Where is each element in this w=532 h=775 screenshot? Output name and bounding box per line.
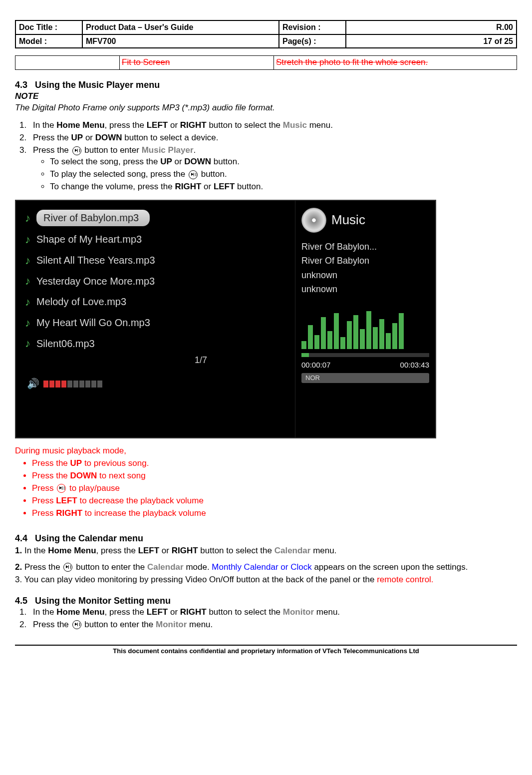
music-note-icon: ♪ (25, 274, 30, 289)
l1i: Calendar (274, 546, 311, 555)
during-bullets: Press the UP to previous song. Press the… (15, 458, 517, 519)
song-row[interactable]: ♪Yesterday Once More.mp3 (25, 274, 290, 289)
song-name: River of Babylon.mp3 (36, 210, 150, 226)
x1a: In the (33, 607, 56, 617)
s1a: In the (33, 120, 56, 130)
s45-l2: Press the button to enter the Monitor me… (29, 619, 517, 631)
song-row[interactable]: ♪Silent All These Years.mp3 (25, 253, 290, 268)
db1c: to previous song. (82, 458, 149, 468)
b1c: or (172, 157, 185, 166)
time-elapsed: 00:00:07 (301, 360, 330, 370)
song-row[interactable]: ♪River of Babylon.mp3 (25, 210, 290, 226)
s3a: Press the (33, 145, 71, 155)
x1d: LEFT (147, 607, 168, 617)
s44-l3: 3. You can play video monitoring by pres… (15, 574, 517, 586)
heading-4-5: 4.5 Using the Monitor Setting menu (15, 595, 517, 607)
b3d: LEFT (214, 182, 235, 191)
progress-fill (301, 353, 309, 357)
progress-bar[interactable] (301, 353, 429, 357)
song-row[interactable]: ♪Melody of Love.mp3 (25, 295, 290, 310)
play-icon (189, 170, 198, 179)
x2c: Monitor (156, 620, 187, 629)
db3: Press to play/pause (32, 483, 517, 494)
play-icon (63, 563, 72, 572)
music-note-icon: ♪ (25, 295, 30, 310)
s1b: Home Menu (56, 120, 104, 130)
steps-43: In the Home Menu, press the LEFT or RIGH… (15, 120, 517, 193)
step-1: In the Home Menu, press the LEFT or RIGH… (29, 120, 517, 131)
x1b: Home Menu (56, 607, 104, 617)
l2e: mode. (184, 562, 212, 572)
volume-row[interactable]: 🔊 (27, 377, 290, 390)
fit-col1 (15, 56, 120, 70)
x2b: button to enter the (82, 620, 156, 629)
fit-table: Fit to Screen Stretch the photo to fit t… (15, 55, 517, 70)
x1i: menu. (314, 607, 340, 617)
l2c: button to enter the (73, 562, 147, 572)
h43-b: the Music Player menu (62, 80, 160, 90)
equalizer (301, 309, 429, 349)
volume-bar (43, 381, 102, 388)
db1a: Press the (32, 458, 70, 468)
hdr-rev-val: R.00 (346, 20, 517, 34)
s1c: , press the (105, 120, 147, 130)
h43-a: Using (35, 80, 62, 90)
db3a: Press (32, 483, 56, 493)
s3c: Music Player (142, 145, 194, 155)
s2e: button to select a device. (122, 133, 219, 142)
song-row[interactable]: ♪My Heart Will Go On.mp3 (25, 316, 290, 331)
doc-header-table: Doc Title : Product Data – User's Guide … (15, 20, 517, 48)
music-note-icon: ♪ (25, 336, 30, 351)
during-lead: During music playback mode, (15, 445, 517, 457)
s2c: or (83, 133, 95, 142)
l1d: , press the (96, 546, 138, 555)
cd-icon (301, 208, 326, 233)
h44-rest: Using the Calendar menu (35, 533, 143, 543)
speaker-icon: 🔊 (27, 377, 39, 390)
l3a: 3. You can play video monitoring by pres… (15, 575, 377, 584)
db5a: Press (32, 508, 56, 518)
b2b: button. (199, 169, 227, 179)
s3d: . (194, 145, 196, 155)
x1g: button to select the (207, 607, 283, 617)
db5b: RIGHT (56, 508, 82, 518)
fit-col3-text: Stretch the photo to fit the whole scree… (276, 57, 428, 67)
l2a: 2. (15, 562, 24, 572)
db3b: to play/pause (67, 483, 120, 493)
l2b: Press the (24, 562, 63, 572)
time-row: 00:00:07 00:03:43 (301, 360, 429, 370)
song-row[interactable]: ♪Shape of My Heart.mp3 (25, 232, 290, 247)
db5c: to increase the playback volume (82, 508, 206, 518)
s3b: button to enter (82, 145, 142, 155)
step3-bullets: To select the song, press the UP or DOWN… (33, 156, 517, 193)
music-note-icon: ♪ (25, 232, 30, 247)
hdr-model-label: Model : (15, 34, 82, 48)
l2g: appears on the screen upon the settings. (312, 562, 468, 572)
b2: To play the selected song, press the but… (50, 169, 517, 180)
b2a: To play the selected song, press the (50, 169, 188, 179)
play-icon (72, 146, 81, 155)
s2a: Press the (33, 133, 71, 142)
info-3: unknown (301, 269, 429, 281)
s1i: menu. (307, 120, 333, 130)
s1d: LEFT (147, 120, 168, 130)
heading-4-4: 4.4 Using the Calendar menu (15, 532, 517, 544)
l1j: menu. (310, 546, 336, 555)
b1e: button. (211, 157, 240, 166)
db2c: to next song (97, 471, 145, 480)
s44-l2: 2. Press the button to enter the Calenda… (15, 562, 517, 573)
b1: To select the song, press the UP or DOWN… (50, 156, 517, 168)
x2d: menu. (187, 620, 213, 629)
b1b: UP (160, 157, 172, 166)
step-3: Press the button to enter Music Player. … (29, 145, 517, 193)
l1e: LEFT (138, 546, 160, 555)
info-1: River Of Babylon... (301, 241, 429, 253)
song-row[interactable]: ♪Silent06.mp3 (25, 336, 290, 351)
b3b: RIGHT (175, 182, 201, 191)
db1: Press the UP to previous song. (32, 458, 517, 469)
b3c: or (201, 182, 214, 191)
s2b: UP (71, 133, 83, 142)
mode-badge: NOR (301, 373, 429, 383)
x1e: or (168, 607, 180, 617)
section-44-body: 1. In the Home Menu, press the LEFT or R… (15, 545, 517, 586)
